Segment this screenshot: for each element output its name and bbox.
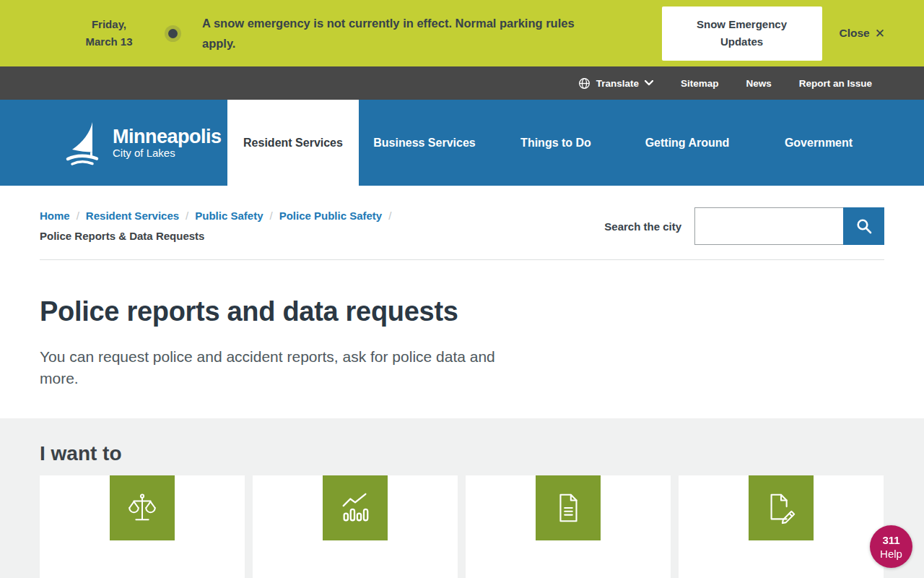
chart-icon (323, 475, 388, 540)
nav-item-government[interactable]: Government (753, 100, 884, 186)
search-label: Search the city (604, 220, 681, 233)
i-want-to-section: I want to (0, 418, 924, 578)
help-311-badge[interactable]: 311 Help (870, 525, 912, 568)
breadcrumb-separator: / (186, 210, 188, 222)
breadcrumb-link-home[interactable]: Home (40, 210, 70, 222)
help-311-number: 311 (882, 533, 899, 547)
logo-title: Minneapolis (113, 126, 222, 147)
i-want-to-heading: I want to (40, 442, 884, 465)
utility-link-sitemap[interactable]: Sitemap (681, 78, 719, 89)
breadcrumb-separator: / (269, 210, 272, 222)
utility-link-report-an-issue[interactable]: Report an Issue (799, 78, 872, 89)
card-reports[interactable] (466, 475, 671, 578)
nav-item-resident-services[interactable]: Resident Services (227, 100, 359, 186)
minneapolis-logo[interactable]: Minneapolis City of Lakes (64, 100, 222, 186)
breadcrumb-link-police-public-safety[interactable]: Police Public Safety (279, 210, 383, 222)
utility-link-news[interactable]: News (746, 78, 771, 89)
breadcrumb-link-resident-services[interactable]: Resident Services (86, 210, 179, 222)
banner-close-label: Close (840, 27, 870, 40)
search-button[interactable] (843, 207, 884, 245)
breadcrumb: Home/Resident Services/Public Safety/Pol… (40, 206, 398, 246)
banner-message: A snow emergency is not currently in eff… (202, 13, 598, 53)
banner-date: Friday, March 13 (69, 16, 149, 51)
status-dot-icon (168, 29, 178, 38)
main-navigation: Minneapolis City of Lakes Resident Servi… (0, 100, 924, 186)
breadcrumb-link-public-safety[interactable]: Public Safety (195, 210, 263, 222)
nav-item-business-services[interactable]: Business Services (359, 100, 490, 186)
nav-list: Resident Services Business Services Thin… (227, 100, 884, 186)
logo-subtitle: City of Lakes (113, 147, 222, 160)
logo-text: Minneapolis City of Lakes (113, 126, 222, 160)
breadcrumb-separator: / (77, 210, 79, 222)
breadcrumb-separator: / (388, 210, 391, 222)
globe-icon (578, 77, 590, 90)
help-311-label: Help (880, 547, 902, 561)
banner-close-button[interactable]: Close ✕ (840, 26, 885, 41)
close-icon: ✕ (875, 26, 885, 41)
search-icon (855, 217, 873, 235)
nav-item-getting-around[interactable]: Getting Around (622, 100, 753, 186)
page-intro: You can request police and accident repo… (40, 346, 509, 389)
utility-bar: Translate Sitemap News Report an Issue (0, 66, 924, 100)
card-police-data[interactable] (253, 475, 458, 578)
translate-menu[interactable]: Translate (578, 77, 653, 90)
search-input[interactable] (694, 207, 843, 245)
card-request-report[interactable] (40, 475, 245, 578)
chevron-down-icon (645, 80, 653, 86)
nav-item-things-to-do[interactable]: Things to Do (490, 100, 622, 186)
page-title: Police reports and data requests (40, 296, 884, 327)
document-edit-icon (749, 475, 814, 540)
snow-emergency-banner: Friday, March 13 A snow emergency is not… (0, 0, 924, 66)
card-data-request[interactable] (679, 475, 884, 578)
snow-emergency-updates-button[interactable]: Snow Emergency Updates (662, 7, 822, 61)
banner-date-line1: Friday, (69, 16, 149, 33)
search-area: Search the city (604, 206, 884, 246)
sailboat-icon (64, 120, 105, 166)
document-icon (536, 475, 601, 540)
banner-date-line2: March 13 (69, 33, 149, 51)
breadcrumb-current: Police Reports & Data Requests (40, 226, 398, 246)
translate-label: Translate (596, 78, 639, 89)
scales-icon (110, 475, 175, 540)
i-want-to-cards (40, 475, 884, 578)
